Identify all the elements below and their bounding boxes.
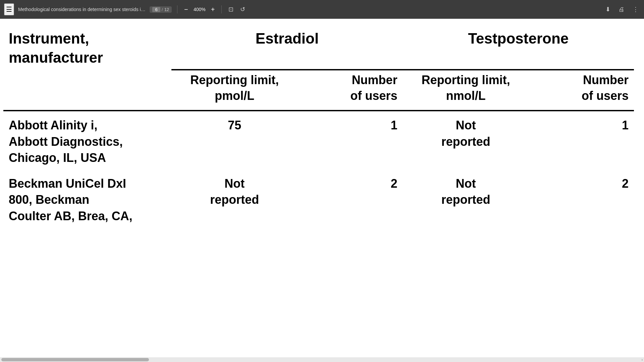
testosterone-users-cell-2: 2 — [529, 170, 634, 228]
testosterone-users-cell-1: 1 — [529, 111, 634, 170]
print-button[interactable]: 🖨 — [617, 5, 626, 14]
page-total: 12 — [164, 7, 169, 12]
document-title: Methodological considerations in determi… — [18, 7, 146, 12]
testosterone-reporting-cell-1: Notreported — [403, 111, 529, 170]
zoom-value: 400% — [192, 7, 208, 12]
instrument-header-text: Instrument,manufacturer — [9, 30, 103, 66]
data-table: Instrument,manufacturer Estradiol Testpo… — [3, 25, 634, 228]
estradiol-reporting-cell-2: Notreported — [171, 170, 298, 228]
estradiol-users-header: Numberof users — [298, 70, 402, 111]
testosterone-header: Testposterone — [403, 25, 634, 70]
content-area: Instrument,manufacturer Estradiol Testpo… — [0, 19, 644, 362]
download-button[interactable]: ⬇ — [604, 4, 612, 14]
divider-1 — [177, 5, 177, 13]
estradiol-users-cell-1: 1 — [298, 111, 402, 170]
table-header-main: Instrument,manufacturer Estradiol Testpo… — [3, 25, 634, 70]
instrument-subheader — [3, 70, 171, 111]
zoom-controls: − 400% + — [183, 5, 216, 13]
toolbar-right: ⬇ 🖨 ⋮ — [604, 4, 640, 14]
page-separator: / — [162, 7, 163, 12]
fit-page-button[interactable]: ⊡ — [227, 4, 235, 14]
page-info: / 12 — [150, 6, 172, 13]
divider-2 — [221, 5, 222, 13]
zoom-in-button[interactable]: + — [210, 5, 216, 13]
estradiol-reporting-cell-1: 75 — [171, 111, 298, 170]
scrollbar-thumb[interactable] — [1, 358, 149, 361]
scrollbar-right-arrow[interactable]: › — [642, 358, 643, 362]
rotate-button[interactable]: ↺ — [239, 4, 247, 14]
horizontal-scrollbar[interactable]: › — [0, 357, 644, 362]
estradiol-users-cell-2: 2 — [298, 170, 402, 228]
menu-button[interactable]: ☰ — [4, 3, 14, 15]
testosterone-users-header: Numberof users — [529, 70, 634, 111]
estradiol-header: Estradiol — [171, 25, 402, 70]
instrument-cell-2: Beckman UniCel DxI800, BeckmanCoulter AB… — [3, 170, 171, 228]
zoom-out-button[interactable]: − — [183, 5, 190, 13]
table-row: Beckman UniCel DxI800, BeckmanCoulter AB… — [3, 170, 634, 228]
testosterone-reporting-cell-2: Notreported — [403, 170, 529, 228]
testosterone-reporting-header: Reporting limit,nmol/L — [403, 70, 529, 111]
table-row: Abbott Alinity i,Abbott Diagnostics,Chic… — [3, 111, 634, 170]
more-options-button[interactable]: ⋮ — [631, 4, 640, 14]
instrument-cell-1: Abbott Alinity i,Abbott Diagnostics,Chic… — [3, 111, 171, 170]
estradiol-reporting-header: Reporting limit,pmol/L — [171, 70, 298, 111]
toolbar: ☰ Methodological considerations in deter… — [0, 0, 644, 19]
page-current-input[interactable] — [152, 7, 160, 12]
instrument-header: Instrument,manufacturer — [3, 25, 171, 70]
table-header-sub: Reporting limit,pmol/L Numberof users Re… — [3, 70, 634, 111]
